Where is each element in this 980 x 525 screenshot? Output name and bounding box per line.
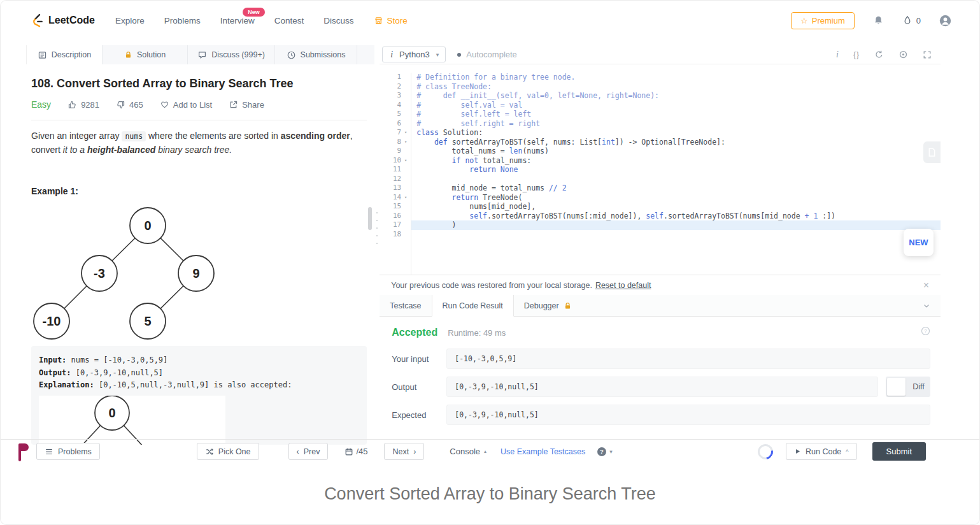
console-tab-debugger[interactable]: Debugger [514, 295, 582, 316]
tab-discuss-999[interactable]: Discuss (999+) [188, 45, 275, 64]
code-line[interactable]: 5# self.left = left [380, 110, 941, 119]
console-toggle[interactable]: Console ▴ [450, 447, 486, 456]
code-line[interactable]: 6# self.right = right [380, 119, 941, 129]
code-line[interactable]: 7▾class Solution: [380, 128, 941, 138]
console-tab-testcase[interactable]: Testcase [380, 295, 431, 316]
diff-toggle[interactable]: Diff [886, 377, 930, 397]
code-line[interactable]: 12 [380, 175, 941, 184]
nav-item-explore[interactable]: Explore [115, 16, 145, 25]
code-line[interactable]: 8▾ def sortedArrayToBST(self, nums: List… [380, 138, 941, 147]
lock-icon [564, 301, 572, 310]
collapse-chevron-icon[interactable] [923, 295, 941, 316]
line-gutter: 7▾ [380, 128, 411, 138]
bullet-icon [457, 53, 461, 57]
nav-item-problems[interactable]: Problems [164, 16, 201, 25]
code-line[interactable]: 9 total_nums = len(nums) [380, 147, 941, 156]
daily-streak[interactable]: 0 [902, 15, 921, 26]
new-badge: New [243, 8, 265, 17]
problem-title: 108. Convert Sorted Array to Binary Sear… [31, 77, 367, 90]
page-caption: Convert Sorted Array to Binary Search Tr… [1, 463, 979, 525]
example-explanation-line: Explanation: [0,-10,5,null,-3,null,9] is… [39, 379, 359, 392]
next-button[interactable]: Next › [384, 443, 424, 460]
tab-description[interactable]: Description [26, 45, 103, 64]
example-heading: Example 1: [31, 186, 367, 196]
add-to-list-button[interactable]: Add to List [160, 100, 212, 110]
code-line[interactable]: 4# self.val = val [380, 101, 941, 110]
nav-item-store[interactable]: Store [374, 16, 408, 25]
info-icon[interactable]: i [836, 50, 839, 59]
like-button[interactable]: 9281 [67, 100, 99, 110]
line-gutter: 17 [380, 220, 411, 230]
nav-item-label: Problems [164, 16, 201, 25]
result-status-row: Accepted Runtime: 49 ms ? [392, 326, 930, 338]
premium-button[interactable]: ☆ Premium [791, 12, 855, 29]
console-tab-run-code-result[interactable]: Run Code Result [432, 295, 514, 317]
code-line[interactable]: 18 [380, 230, 941, 240]
fullscreen-icon[interactable] [923, 50, 932, 59]
line-code: # Definition for a binary tree node. [411, 73, 941, 82]
new-feature-button[interactable]: NEW [904, 229, 934, 256]
share-button[interactable]: Share [229, 100, 264, 110]
statement-fragment: where the elements are sorted in [146, 131, 281, 141]
avatar[interactable] [939, 15, 951, 27]
code-line[interactable]: 3# def __init__(self, val=0, left=None, … [380, 91, 941, 101]
line-code: mid_node = total_nums // 2 [411, 183, 941, 193]
notifications-bell-icon[interactable] [873, 15, 884, 26]
tab-label: Submissions [301, 50, 346, 59]
prev-button[interactable]: ‹ Prev [288, 443, 329, 460]
code-line[interactable]: 11 return None [380, 165, 941, 175]
fold-arrow-icon [401, 82, 410, 92]
code-line[interactable]: 10▾ if not total_nums: [380, 156, 941, 166]
language-select[interactable]: i Python3 ▾ [382, 47, 446, 62]
question-circle-icon[interactable]: ? [921, 326, 930, 336]
use-example-testcases-link[interactable]: Use Example Testcases [501, 447, 585, 456]
fold-arrow-icon [401, 110, 410, 119]
daily-challenge-counter[interactable]: /45 [344, 447, 367, 456]
language-label: Python3 [399, 50, 430, 59]
line-number: 6 [380, 119, 401, 129]
code-line[interactable]: 15 nums[mid_node], [380, 202, 941, 212]
tab-solution[interactable]: Solution [103, 45, 188, 64]
run-code-button[interactable]: Run Code ^ [786, 443, 857, 460]
settings-gear-icon[interactable] [898, 50, 908, 59]
tab-strip-filler [357, 45, 374, 64]
info-icon: i [390, 50, 393, 59]
reset-to-default-link[interactable]: Reset to default [595, 281, 651, 290]
floating-page-icon[interactable] [923, 141, 941, 163]
left-panel-scrollbar[interactable] [368, 207, 372, 230]
problems-button[interactable]: Problems [36, 443, 100, 460]
code-line[interactable]: 17 ) [380, 220, 941, 230]
line-number: 16 [380, 212, 401, 221]
panel-resize-handle[interactable] [374, 40, 380, 439]
share-label: Share [242, 100, 264, 110]
svg-text:-3: -3 [94, 266, 105, 280]
example-output-line: Output: [0,-3,9,-10,null,5] [39, 367, 359, 380]
help-menu[interactable]: ? ▾ [597, 447, 613, 457]
example-io-block: Input: nums = [-10,-3,0,5,9] Output: [0,… [31, 346, 367, 445]
nav-item-contest[interactable]: Contest [274, 16, 304, 25]
code-line[interactable]: 1# Definition for a binary tree node. [380, 73, 941, 82]
code-line[interactable]: 13 mid_node = total_nums // 2 [380, 183, 941, 193]
code-line[interactable]: 14▾ return TreeNode( [380, 193, 941, 203]
reset-code-icon[interactable] [874, 50, 884, 59]
code-line[interactable]: 16 self.sortedArrayToBST(nums[:mid_node]… [380, 212, 941, 221]
main-content: DescriptionSolutionDiscuss (999+)Submiss… [1, 40, 979, 439]
dislike-button[interactable]: 465 [116, 100, 143, 110]
tab-submissions[interactable]: Submissions [275, 45, 357, 64]
format-code-icon[interactable]: {} [853, 51, 860, 59]
nav-item-discuss[interactable]: Discuss [323, 16, 353, 25]
fold-arrow-icon [401, 230, 410, 240]
pick-one-button[interactable]: Pick One [197, 443, 259, 460]
nav-item-interview[interactable]: InterviewNew [220, 16, 255, 25]
result-row-value: [0,-3,9,-10,null,5] [446, 377, 878, 397]
editor-empty-area[interactable] [380, 239, 941, 275]
code-editor[interactable]: 1# Definition for a binary tree node.2# … [380, 64, 941, 275]
autocomplete-indicator[interactable]: Autocomplete [457, 50, 517, 59]
thumb-up-icon [67, 100, 77, 110]
submit-button[interactable]: Submit [872, 442, 926, 461]
close-icon[interactable]: × [923, 280, 929, 291]
code-line[interactable]: 2# class TreeNode: [380, 82, 941, 92]
chevron-down-icon: ▾ [609, 449, 613, 455]
heart-icon [160, 100, 169, 109]
leetcode-logo[interactable]: LeetCode [31, 13, 95, 27]
